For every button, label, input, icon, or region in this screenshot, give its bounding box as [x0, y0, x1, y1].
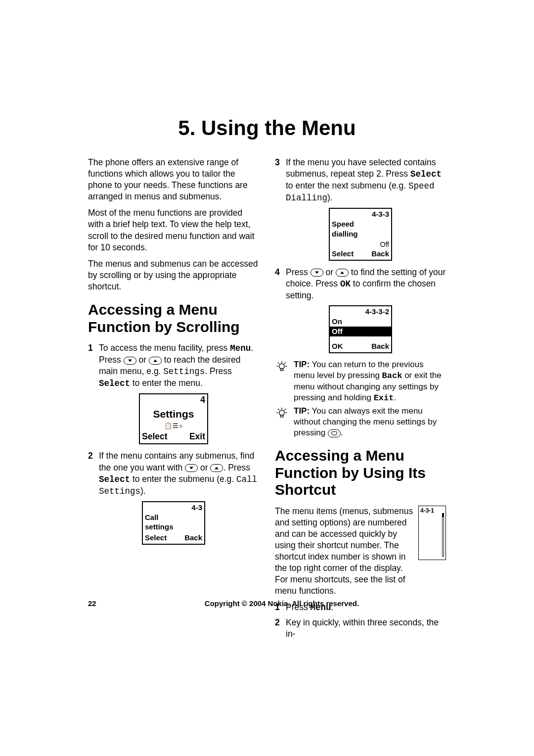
up-key-icon: [210, 464, 223, 472]
svg-line-5: [278, 362, 279, 364]
step-4: 4 Press or to find the setting of your c…: [275, 267, 446, 301]
text: Press: [286, 267, 311, 277]
shortcut-intro: The menu items (menus, submenus and sett…: [275, 506, 414, 597]
left-column: The phone offers an extensive range of f…: [88, 157, 259, 643]
chapter-title: 5. Using the Menu: [88, 116, 446, 140]
option-off-selected: Off: [330, 327, 391, 336]
svg-point-7: [279, 410, 285, 416]
softkey-left: OK: [332, 341, 343, 351]
screen-line: dialling: [332, 229, 389, 239]
right-column: 3 If the menu you have selected contains…: [275, 157, 446, 643]
screen-on-off: 4-3-3-2 On Off OK Back: [329, 305, 392, 353]
screen-value: Off: [330, 240, 391, 249]
softkey-right: Back: [371, 249, 389, 259]
step-3: 3 If the menu you have selected contains…: [275, 157, 446, 204]
softkey-left: Select: [142, 431, 168, 442]
intro-p3: The menus and submenus can be accessed b…: [88, 258, 259, 292]
screen-index: 4-3-3-2: [365, 307, 389, 317]
text: Key in quickly, within three seconds, th…: [286, 617, 446, 640]
text: ).: [140, 486, 146, 496]
page-number: 22: [88, 599, 118, 608]
svg-rect-1: [280, 369, 283, 371]
step-number: 4: [275, 267, 286, 301]
back-term: Back: [382, 371, 402, 380]
scrollbar-icon: [442, 513, 444, 557]
svg-line-6: [284, 362, 286, 364]
screen-title: Settings: [140, 406, 207, 421]
down-key-icon: [311, 269, 323, 277]
svg-line-12: [278, 409, 279, 410]
up-key-icon: [336, 269, 349, 277]
bulb-icon: [275, 406, 290, 438]
softkey-right: Back: [184, 533, 202, 543]
ok-term: OK: [340, 279, 351, 289]
copyright: Copyright © 2004 Nokia. All rights reser…: [118, 599, 446, 608]
step-number: 1: [88, 342, 99, 389]
text: to enter the menu.: [130, 378, 203, 388]
screen-speed-dialling: 4-3-3 Speed dialling Off Select Back: [329, 208, 392, 261]
screen-term: Settings: [163, 367, 205, 377]
down-key-icon: [124, 357, 136, 365]
text: . Press: [205, 366, 231, 376]
tip-1: TIP: You can return to the previous menu…: [275, 359, 446, 404]
text: . Press: [223, 463, 250, 472]
tip-2: TIP: You can always exit the menu withou…: [275, 406, 446, 438]
tip-label: TIP:: [294, 406, 310, 416]
screen-line: settings: [145, 522, 202, 532]
heading-scrolling: Accessing a Menu Function by Scrolling: [88, 301, 259, 335]
softkey-left: Select: [332, 249, 354, 259]
tip-label: TIP:: [294, 360, 310, 369]
down-key-icon: [185, 464, 198, 472]
screen-icons: 📋☰⟐: [140, 421, 207, 431]
screen-line: Speed: [332, 219, 389, 229]
text: to enter the next submenu (e.g.: [286, 181, 408, 190]
option-on: On: [330, 317, 391, 327]
text: You can always exit the menu without cha…: [294, 406, 437, 437]
text: or: [323, 267, 336, 277]
softkey-left: Select: [145, 533, 167, 543]
text: To access the menu facility, press: [99, 343, 230, 353]
shortcut-step-2: 2 Key in quickly, within three seconds, …: [275, 617, 446, 640]
softkey-right: Back: [371, 341, 389, 351]
step-number: 3: [275, 157, 286, 204]
text: ).: [327, 192, 333, 202]
intro-p2: Most of the menu functions are provided …: [88, 207, 259, 253]
svg-rect-8: [280, 415, 283, 417]
screen-index: 4-3: [191, 503, 202, 513]
screen-line: Call: [145, 513, 202, 522]
screen-index: 4-3-3: [372, 209, 389, 219]
step-1: 1 To access the menu facility, press Men…: [88, 342, 259, 389]
bulb-icon: [275, 359, 290, 404]
select-term: Select: [99, 474, 130, 484]
svg-line-13: [284, 409, 286, 410]
screen-call-settings: 4-3 Call settings Select Back: [142, 501, 205, 545]
text: .: [394, 393, 396, 402]
text: or: [198, 463, 210, 472]
intro-p1: The phone offers an extensive range of f…: [88, 157, 259, 202]
end-key-icon: [328, 429, 341, 437]
step-number: 2: [88, 450, 99, 497]
softkey-right: Exit: [189, 431, 205, 442]
svg-point-0: [279, 364, 285, 369]
text: or: [136, 355, 149, 365]
text: .: [341, 428, 343, 437]
select-term: Select: [410, 169, 442, 179]
menu-term: Menu: [230, 343, 251, 353]
text: to enter the submenu (e.g.: [130, 474, 236, 484]
screen-index: 4: [200, 394, 205, 406]
shortcut-screen: 4-3-1: [418, 506, 446, 560]
exit-term: Exit: [374, 393, 394, 403]
up-key-icon: [149, 357, 162, 365]
step-2: 2 If the menu contains any submenus, fin…: [88, 450, 259, 497]
select-term: Select: [99, 378, 130, 388]
screen-index: 4-3-1: [420, 507, 434, 514]
page-footer: 22 Copyright © 2004 Nokia. All rights re…: [88, 599, 446, 608]
heading-shortcut: Accessing a Menu Function by Using Its S…: [275, 447, 446, 499]
step-number: 2: [275, 617, 286, 640]
screen-settings: 4 Settings 📋☰⟐ Select Exit: [139, 393, 208, 444]
